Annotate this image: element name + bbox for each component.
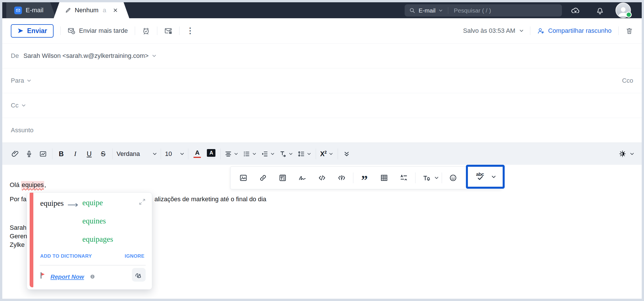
- bold-button[interactable]: B: [56, 148, 66, 160]
- message-body[interactable]: ” abc Olá equipes, Por fa alizações de m…: [2, 165, 642, 299]
- attach-file-icon[interactable]: [10, 148, 20, 160]
- suggestion-2[interactable]: equines: [82, 217, 106, 225]
- zia-assistant-button[interactable]: [132, 268, 146, 282]
- spell-check-button-highlighted[interactable]: abc: [466, 165, 505, 189]
- cc-row[interactable]: Cc: [2, 93, 642, 118]
- popup-misspelled-word: equipes: [40, 199, 64, 208]
- blockquote-icon[interactable]: ”: [360, 172, 369, 184]
- bcc-toggle[interactable]: Cco: [622, 77, 633, 84]
- alignment-dropdown[interactable]: [225, 150, 238, 158]
- text-style-icon[interactable]: [422, 172, 431, 184]
- suggestion-1[interactable]: equipe: [82, 198, 103, 207]
- reminder-alarm-icon[interactable]: [142, 27, 150, 35]
- text-case-icon[interactable]: [400, 172, 408, 184]
- chevron-down-icon[interactable]: [520, 30, 523, 32]
- voice-record-icon[interactable]: [24, 148, 34, 160]
- divider: [338, 149, 338, 159]
- signature-company: Zylke: [10, 241, 25, 249]
- expand-icon[interactable]: [139, 198, 146, 205]
- chevron-down-icon: [153, 153, 156, 155]
- divider: [618, 27, 619, 35]
- send-plane-icon: [17, 28, 24, 34]
- search-scope[interactable]: E-mail: [419, 7, 436, 14]
- from-value[interactable]: Sarah Wilson <sarah.w@zylkertraining.com…: [23, 52, 156, 60]
- chevron-down-icon[interactable]: [152, 55, 156, 57]
- text-direction-dropdown[interactable]: [279, 150, 292, 158]
- chevron-down-icon: [289, 153, 292, 155]
- editor-theme-icon[interactable]: [619, 150, 626, 158]
- insert-code-snippet-icon[interactable]: [337, 172, 346, 184]
- subject-row[interactable]: Assunto: [2, 118, 642, 143]
- tab-email[interactable]: E-mail: [6, 2, 56, 18]
- global-search-bar[interactable]: E-mail Pesquisar ( / ): [405, 4, 562, 17]
- divider: [112, 149, 113, 159]
- search-input[interactable]: Pesquisar ( / ): [454, 7, 491, 14]
- suggestion-3[interactable]: equipages: [82, 235, 113, 244]
- chevron-down-icon[interactable]: [630, 153, 634, 155]
- strikethrough-button[interactable]: S: [98, 148, 108, 160]
- tab-compose-label: Nenhum: [75, 7, 98, 14]
- insert-image-icon[interactable]: [239, 172, 248, 184]
- discard-trash-icon[interactable]: [625, 27, 633, 35]
- share-draft-button[interactable]: Compartilhar rascunho: [537, 27, 612, 34]
- info-icon[interactable]: [90, 274, 95, 279]
- tab-email-label: E-mail: [26, 7, 43, 14]
- tab-compose[interactable]: Nenhum a: [54, 2, 129, 18]
- to-row[interactable]: Para Cco: [2, 68, 642, 93]
- cc-label: Cc: [11, 102, 19, 109]
- offline-sync-icon[interactable]: [571, 6, 580, 15]
- chevron-down-icon[interactable]: [27, 80, 31, 82]
- ignore-button[interactable]: IGNORE: [125, 253, 144, 259]
- more-options-menu[interactable]: ⋮: [186, 27, 194, 35]
- subject-input[interactable]: Assunto: [11, 127, 34, 134]
- align-center-icon: [225, 150, 232, 158]
- highlight-color-button[interactable]: A: [206, 148, 216, 160]
- chevron-down-icon[interactable]: [439, 9, 442, 12]
- compose-action-bar: Enviar Enviar mais tarde ⋮ Salvo às 03:5…: [2, 18, 642, 43]
- insert-table-icon[interactable]: [380, 172, 388, 184]
- underline-button[interactable]: U: [84, 148, 94, 160]
- mail-app-icon: [14, 7, 22, 14]
- add-to-dictionary-button[interactable]: ADD TO DICTIONARY: [40, 253, 92, 259]
- send-button[interactable]: Enviar: [11, 24, 54, 38]
- indent-dropdown[interactable]: [261, 150, 274, 158]
- insert-media-icon[interactable]: [38, 148, 48, 160]
- more-formatting-icon[interactable]: [342, 148, 352, 160]
- insert-link-icon[interactable]: [259, 172, 267, 184]
- chevron-down-icon: [307, 153, 311, 155]
- arrow-right-icon: [68, 203, 79, 208]
- list-dropdown[interactable]: [243, 150, 256, 158]
- emoji-icon[interactable]: [449, 172, 457, 184]
- secure-mail-icon[interactable]: [164, 27, 172, 35]
- popup-divider: [40, 265, 146, 265]
- misspelled-word[interactable]: equipes: [21, 181, 44, 189]
- divider: [188, 149, 188, 159]
- superscript-dropdown[interactable]: X2: [320, 150, 332, 158]
- insert-template-icon[interactable]: [278, 172, 287, 184]
- close-tab-icon[interactable]: [113, 8, 118, 13]
- from-label: De: [11, 52, 19, 60]
- insert-signature-icon[interactable]: [298, 172, 307, 184]
- report-flag-icon: [39, 271, 47, 279]
- send-later-button[interactable]: Enviar mais tarde: [68, 27, 128, 35]
- spell-check-popup: equipes equipe equines equipages ADD TO …: [27, 192, 152, 290]
- saved-status[interactable]: Salvo às 03:53 AM: [463, 27, 523, 34]
- top-bar: E-mail Nenhum a E-mail Pesquisar ( / ): [2, 2, 642, 18]
- bullet-list-icon: [243, 150, 250, 158]
- pencil-icon: [65, 7, 71, 13]
- notifications-bell-icon[interactable]: [596, 6, 604, 15]
- insert-code-icon[interactable]: [318, 172, 326, 184]
- font-color-button[interactable]: A: [192, 148, 202, 160]
- chevron-down-icon[interactable]: [492, 176, 496, 178]
- font-size-select[interactable]: 10: [165, 150, 184, 158]
- chevron-down-icon[interactable]: [435, 177, 438, 179]
- from-row[interactable]: De Sarah Wilson <sarah.w@zylkertraining.…: [2, 43, 642, 68]
- report-now-link[interactable]: Report Now: [50, 273, 84, 280]
- chevron-down-icon[interactable]: [22, 104, 25, 107]
- italic-button[interactable]: I: [70, 148, 80, 160]
- line-spacing-dropdown[interactable]: [297, 150, 311, 158]
- signature-name: Sarah: [10, 224, 27, 231]
- body-line-request-start: Por fa: [10, 196, 27, 203]
- font-family-select[interactable]: Verdana: [117, 150, 156, 158]
- divider: [60, 27, 61, 35]
